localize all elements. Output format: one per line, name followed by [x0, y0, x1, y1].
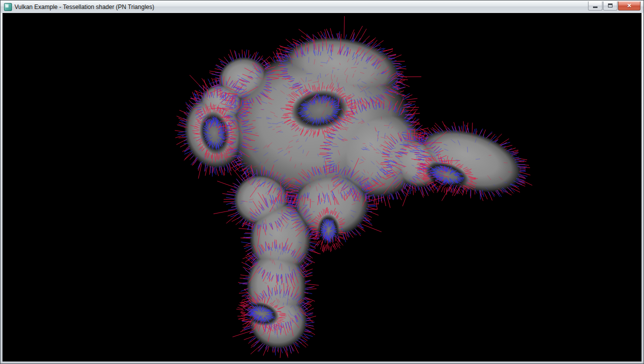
- minimize-icon: [593, 6, 598, 8]
- close-button[interactable]: ✕: [618, 2, 640, 10]
- window-controls: ✕: [588, 2, 640, 10]
- app-icon[interactable]: [4, 3, 12, 11]
- render-client-area: [2, 13, 642, 362]
- render-viewport[interactable]: [2, 13, 642, 362]
- window-title: Vulkan Example - Tessellation shader (PN…: [14, 3, 588, 10]
- app-window: Vulkan Example - Tessellation shader (PN…: [0, 0, 644, 364]
- maximize-button[interactable]: [603, 2, 618, 10]
- maximize-icon: [608, 4, 612, 8]
- window-titlebar[interactable]: Vulkan Example - Tessellation shader (PN…: [0, 0, 644, 13]
- close-icon: ✕: [627, 3, 632, 8]
- minimize-button[interactable]: [588, 2, 602, 10]
